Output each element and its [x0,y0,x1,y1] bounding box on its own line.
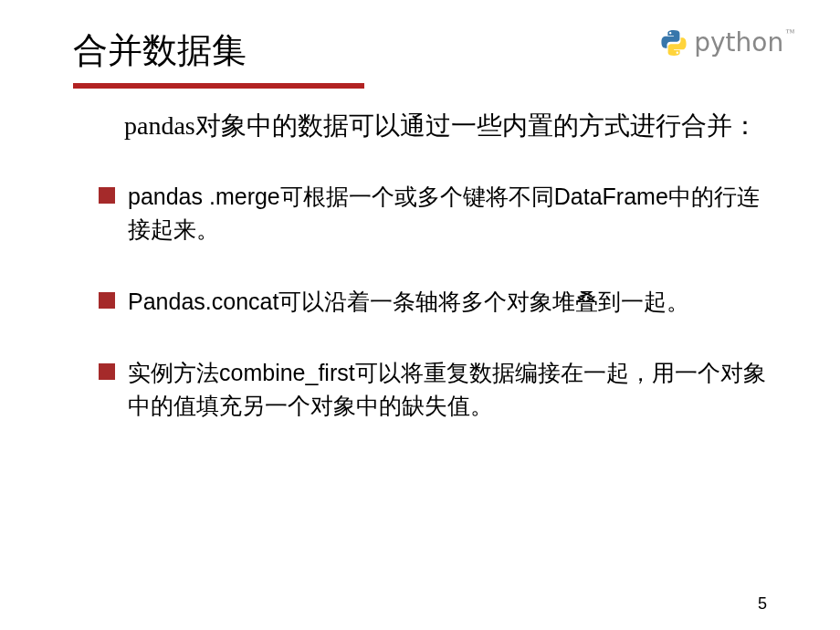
bullet-list: pandas .merge可根据一个或多个键将不同DataFrame中的行连接起… [73,180,767,422]
bullet-item: 实例方法combine_first可以将重复数据编接在一起，用一个对象中的值填充… [99,356,767,423]
python-logo: python™ [659,27,794,58]
bullet-item: pandas .merge可根据一个或多个键将不同DataFrame中的行连接起… [99,180,767,247]
slide-container: python™ 合并数据集 pandas对象中的数据可以通过一些内置的方式进行合… [0,0,840,630]
slide-header: python™ 合并数据集 [73,27,767,89]
intro-text: pandas对象中的数据可以通过一些内置的方式进行合并： [73,107,767,145]
logo-text: python™ [694,27,794,58]
bullet-item: Pandas.concat可以沿着一条轴将多个对象堆叠到一起。 [99,285,767,318]
title-divider [73,83,767,89]
page-number: 5 [758,594,767,614]
python-icon [659,28,688,58]
